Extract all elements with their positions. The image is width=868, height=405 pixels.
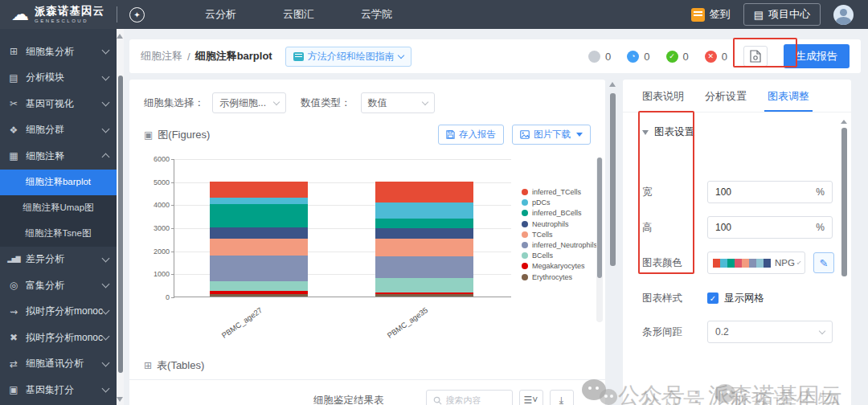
bar-spacing-select[interactable]: 0.2	[707, 321, 833, 343]
method-guide-tag[interactable]: 方法介绍和绘图指南	[285, 47, 411, 67]
bar-segment-pDCs[interactable]	[375, 202, 473, 219]
checkin-button[interactable]: 签到	[691, 7, 731, 22]
settings-scrollbar[interactable]	[841, 120, 847, 385]
download-image-button[interactable]: 图片下载	[512, 125, 591, 145]
width-input[interactable]	[715, 186, 816, 198]
bar-segment-Erythrocytes[interactable]	[210, 294, 308, 297]
sidebar: ⊞ 细胞集分析 ▤ 分析模块 ✂ 基因可视化 ❖ 细胞分群 ▦ 细胞注释 细胞注…	[0, 29, 117, 405]
chevron-down-icon	[102, 47, 110, 55]
report-doc-button[interactable]	[743, 46, 768, 67]
submenu-item-tsne[interactable]: 细胞注释Tsne图	[0, 221, 117, 247]
brand-logo[interactable]: ☁ 派森诺基因云 GENESCLOUD ✦	[0, 6, 165, 23]
legend-item-inferred_TCells[interactable]: inferred_TCells	[522, 188, 597, 196]
bar-segment-inferred_BCells[interactable]	[210, 204, 308, 227]
tables-header: ⊞ 表(Tables)	[129, 352, 605, 380]
page-scrollbar[interactable]	[117, 29, 124, 405]
scroll-up-icon[interactable]	[841, 120, 847, 124]
submenu-item-umap[interactable]: 细胞注释Umap图	[0, 195, 117, 221]
bar-segment-Neutrophils[interactable]	[210, 227, 308, 239]
legend-item-inferred_BCells[interactable]: inferred_BCells	[522, 209, 597, 217]
legend-item-Erythrocytes[interactable]: Erythrocytes	[522, 273, 597, 281]
height-input[interactable]	[715, 222, 816, 233]
sidebar-item-geneset-score[interactable]: ▣ 基因集打分	[0, 377, 117, 403]
legend-item-Megakaryocytes[interactable]: Megakaryocytes	[522, 262, 597, 270]
legend-item-TCells[interactable]: TCells	[522, 231, 597, 239]
scroll-up-icon[interactable]	[609, 82, 616, 87]
palette-swatch	[749, 259, 756, 268]
bar-segment-TCells[interactable]	[210, 239, 308, 255]
sidebar-item-diff-analysis[interactable]: ▂▅▇ 差异分析	[0, 247, 117, 273]
legend-item-inferred_Neutrophils[interactable]: inferred_Neutrophils	[522, 241, 597, 249]
breadcrumb-parent[interactable]: 细胞注释	[141, 49, 182, 63]
sidebar-item-gene-visualization[interactable]: ✂ 基因可视化	[0, 91, 117, 117]
legend-item-pDCs[interactable]: pDCs	[522, 198, 597, 207]
stacked-bar-PBMC_age35[interactable]	[375, 182, 473, 297]
scrollbar-thumb[interactable]	[610, 93, 616, 266]
queued-status-icon	[588, 51, 600, 63]
chart-settings-section-header[interactable]: 图表设置	[623, 112, 851, 139]
tab-analysis-settings[interactable]: 分析设置	[705, 89, 747, 112]
sidebar-item-cell-annotation[interactable]: ▦ 细胞注释	[0, 143, 117, 170]
sidebar-item-analysis-modules[interactable]: ▤ 分析模块	[0, 65, 117, 92]
bar-segment-inferred_Neutrophils[interactable]	[210, 256, 308, 281]
column-filter-button[interactable]: ☰˅	[519, 390, 543, 405]
chart-settings-title: 图表设置	[654, 125, 694, 139]
scrollbar-thumb[interactable]	[118, 76, 123, 373]
bar-segment-BCells[interactable]	[375, 278, 473, 292]
figures-scrollbar[interactable]	[596, 158, 603, 322]
layers-icon: ▤	[754, 9, 764, 21]
cellset-select[interactable]: 示例细胞...	[212, 92, 286, 113]
user-avatar[interactable]	[833, 5, 854, 25]
scrollbar-thumb[interactable]	[597, 158, 602, 278]
sidebar-item-cell-communication[interactable]: ⇄ 细胞通讯分析	[0, 351, 117, 378]
content-scrollbar[interactable]	[609, 82, 616, 323]
sidebar-item-cell-clustering[interactable]: ❖ 细胞分群	[0, 117, 117, 144]
table-download-button[interactable]: ⤓	[550, 390, 574, 405]
nav-item-cloud-academy[interactable]: 云学院	[361, 7, 392, 22]
counter-success[interactable]: ✓ 0	[666, 51, 689, 63]
scrollbar-thumb[interactable]	[841, 128, 847, 276]
table-search-input[interactable]	[446, 395, 502, 405]
bar-segment-Erythrocytes[interactable]	[375, 294, 473, 297]
y-tick-label: 4000	[154, 201, 170, 209]
y-tick-mark	[171, 159, 174, 160]
bar-segment-pDCs[interactable]	[210, 198, 308, 205]
sidebar-item-pseudotime-2[interactable]: ✖ 拟时序分析monocl...	[0, 325, 117, 351]
legend-dot	[522, 274, 528, 280]
scroll-down-icon[interactable]	[117, 397, 123, 402]
tab-chart-adjust[interactable]: 图表调整	[768, 89, 809, 112]
scroll-up-icon[interactable]	[117, 34, 123, 39]
legend-item-Neutrophils[interactable]: Neutrophils	[522, 220, 597, 228]
chart-legend: inferred_TCellspDCsinferred_BCellsNeutro…	[522, 188, 597, 281]
datatype-select[interactable]: 数值	[361, 92, 435, 113]
bar-segment-inferred_Neutrophils[interactable]	[375, 256, 473, 278]
legend-dot	[522, 231, 528, 238]
bar-segment-TCells[interactable]	[375, 239, 473, 256]
legend-item-BCells[interactable]: BCells	[522, 252, 597, 260]
counter-running[interactable]: ◔ 0	[627, 51, 649, 63]
bar-segment-inferred_BCells[interactable]	[375, 219, 473, 227]
save-to-report-button[interactable]: 存入报告	[438, 125, 504, 145]
counter-failed[interactable]: ✕ 0	[705, 51, 727, 63]
bar-segment-BCells[interactable]	[210, 281, 308, 291]
sidebar-item-pseudotime-1[interactable]: ⇝ 拟时序分析monocl...	[0, 299, 117, 325]
nav-item-cloud-gallery[interactable]: 云图汇	[283, 7, 314, 22]
bar-segment-inferred_TCells[interactable]	[210, 182, 308, 198]
navbar-right: 签到 ▤ 项目中心	[691, 3, 868, 26]
bar-segment-inferred_TCells[interactable]	[375, 182, 473, 202]
bar-segment-Neutrophils[interactable]	[375, 228, 473, 239]
tab-chart-description[interactable]: 图表说明	[642, 89, 684, 112]
show-grid-checkbox[interactable]: ✓	[707, 292, 719, 304]
nav-item-cloud-analysis[interactable]: 云分析	[205, 7, 236, 22]
counter-queued[interactable]: 0	[588, 51, 611, 63]
palette-swatch	[735, 259, 742, 268]
edit-palette-button[interactable]: ✎	[813, 252, 834, 273]
table-search[interactable]	[426, 390, 513, 405]
palette-select[interactable]: NPG	[707, 252, 805, 274]
submenu-item-barplot[interactable]: 细胞注释barplot	[0, 170, 117, 195]
project-center-button[interactable]: ▤ 项目中心	[743, 3, 821, 26]
stacked-bar-PBMC_age27[interactable]	[210, 182, 308, 297]
sidebar-item-enrichment[interactable]: ◎ 富集分析	[0, 272, 117, 299]
sidebar-item-cellset-analysis[interactable]: ⊞ 细胞集分析	[0, 39, 117, 65]
generate-report-button[interactable]: 生成报告	[784, 44, 850, 68]
